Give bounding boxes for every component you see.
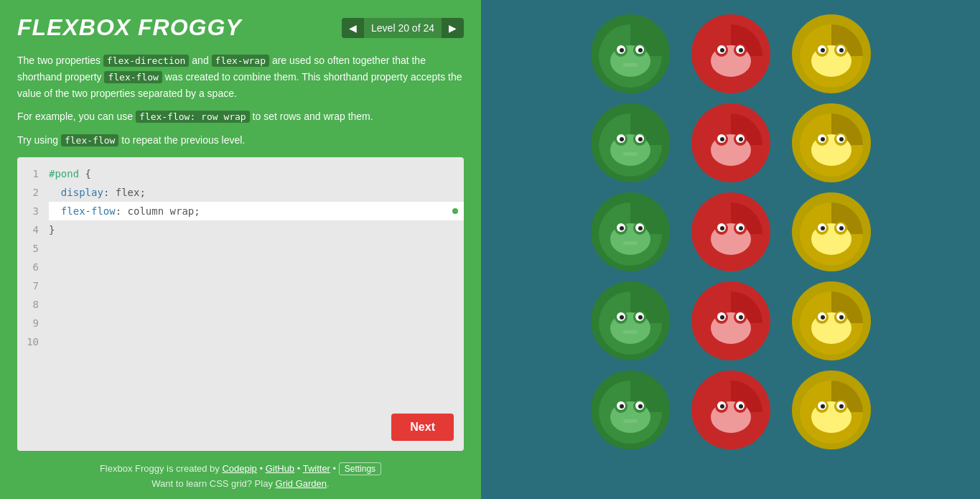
- desc-para3: Try using flex-flow to repeat the previo…: [17, 132, 464, 149]
- svg-rect-71: [724, 241, 738, 245]
- code-line-4: 4 }: [17, 220, 464, 239]
- svg-point-61: [739, 137, 743, 141]
- code-flex-flow-1: flex-flow: [104, 71, 162, 83]
- svg-rect-17: [623, 152, 638, 156]
- svg-point-78: [720, 315, 724, 320]
- frog-red-3: [691, 192, 770, 271]
- code-line-10: 10: [17, 332, 464, 351]
- svg-point-43: [638, 404, 643, 409]
- svg-rect-125: [824, 330, 839, 334]
- svg-point-34: [638, 315, 643, 320]
- right-panel: [481, 0, 980, 499]
- svg-rect-116: [824, 241, 839, 245]
- frog-green-5: [591, 370, 670, 449]
- svg-rect-80: [724, 330, 738, 334]
- svg-rect-134: [824, 419, 839, 423]
- svg-point-124: [839, 315, 844, 320]
- code-flex-flow-2: flex-flow: [61, 134, 118, 146]
- svg-point-51: [720, 48, 724, 52]
- svg-point-114: [821, 226, 825, 230]
- grid-garden-link[interactable]: Grid Garden: [276, 478, 327, 489]
- code-flex-direction: flex-direction: [103, 55, 190, 67]
- svg-point-7: [638, 48, 643, 52]
- frog-yellow-1: [792, 14, 871, 93]
- code-area: 1 #pond { 2 display: flex; 3 flex-flow: …: [17, 164, 464, 444]
- code-line-9: 9: [17, 314, 464, 332]
- svg-point-79: [739, 315, 743, 320]
- frog-yellow-4: [792, 281, 871, 360]
- codepip-link[interactable]: Codepip: [222, 463, 256, 474]
- svg-point-15: [620, 137, 624, 141]
- header: Flexbox Froggy ◀ Level 20 of 24 ▶: [17, 14, 464, 41]
- twitter-link[interactable]: Twitter: [303, 463, 330, 474]
- code-line-1: 1 #pond {: [17, 164, 464, 183]
- code-line-3: 3 flex-flow: column wrap;: [17, 202, 464, 220]
- svg-point-105: [821, 137, 825, 141]
- svg-rect-62: [724, 152, 738, 156]
- code-line-8: 8: [17, 295, 464, 314]
- level-nav: ◀ Level 20 of 24 ▶: [342, 18, 464, 38]
- frog-red-5: [691, 370, 770, 449]
- frog-green-1: [591, 14, 670, 93]
- footer-line1: Flexbox Froggy is created by Codepip • G…: [17, 462, 464, 475]
- next-button[interactable]: Next: [391, 414, 454, 441]
- frog-column-red: [691, 14, 770, 485]
- description: The two properties flex-direction and fl…: [17, 52, 464, 149]
- prev-level-button[interactable]: ◀: [342, 18, 364, 38]
- frog-yellow-3: [792, 192, 871, 271]
- frog-red-1: [691, 14, 770, 93]
- svg-point-96: [821, 48, 825, 52]
- code-line-7: 7: [17, 276, 464, 295]
- svg-point-60: [720, 137, 724, 141]
- svg-point-123: [821, 315, 825, 320]
- svg-rect-107: [824, 152, 839, 156]
- svg-point-69: [720, 226, 724, 230]
- svg-point-97: [839, 48, 844, 52]
- github-link[interactable]: GitHub: [266, 463, 294, 474]
- app-title: Flexbox Froggy: [17, 14, 335, 41]
- frog-yellow-2: [792, 103, 871, 182]
- svg-point-42: [620, 404, 624, 409]
- svg-point-115: [839, 226, 844, 230]
- svg-point-6: [620, 48, 624, 52]
- frog-column-yellow: [792, 14, 871, 485]
- next-level-button[interactable]: ▶: [442, 18, 464, 38]
- svg-point-24: [620, 226, 624, 230]
- svg-point-70: [739, 226, 743, 230]
- svg-point-133: [839, 404, 844, 409]
- svg-rect-89: [724, 419, 738, 423]
- footer: Flexbox Froggy is created by Codepip • G…: [17, 462, 464, 489]
- active-indicator: [452, 208, 458, 214]
- code-flex-wrap: flex-wrap: [212, 55, 269, 67]
- svg-rect-44: [623, 419, 638, 423]
- editor-wrapper: 1 #pond { 2 display: flex; 3 flex-flow: …: [17, 157, 464, 451]
- settings-button[interactable]: Settings: [339, 462, 381, 475]
- svg-point-25: [638, 226, 643, 230]
- svg-rect-53: [724, 63, 738, 67]
- frog-yellow-5: [792, 370, 871, 449]
- frog-column-green: [591, 14, 670, 485]
- frog-green-3: [591, 192, 670, 271]
- code-line-6: 6: [17, 258, 464, 276]
- svg-rect-35: [623, 330, 638, 334]
- frog-red-2: [691, 103, 770, 182]
- left-panel: Flexbox Froggy ◀ Level 20 of 24 ▶ The tw…: [0, 0, 481, 499]
- frog-green-2: [591, 103, 670, 182]
- code-flex-flow-row-wrap: flex-flow: row wrap: [136, 111, 250, 123]
- svg-point-88: [739, 404, 743, 409]
- svg-rect-98: [824, 63, 839, 67]
- desc-para1: The two properties flex-direction and fl…: [17, 52, 464, 101]
- code-line-2: 2 display: flex;: [17, 183, 464, 202]
- svg-rect-26: [623, 241, 638, 245]
- desc-para2: For example, you can use flex-flow: row …: [17, 108, 464, 125]
- footer-line2: Want to learn CSS grid? Play Grid Garden…: [17, 478, 464, 489]
- svg-point-33: [620, 315, 624, 320]
- frog-green-4: [591, 281, 670, 360]
- frog-red-4: [691, 281, 770, 360]
- level-label: Level 20 of 24: [364, 18, 442, 38]
- svg-point-106: [839, 137, 844, 141]
- code-line-5: 5: [17, 239, 464, 258]
- svg-point-52: [739, 48, 743, 52]
- svg-point-87: [720, 404, 724, 409]
- svg-point-132: [821, 404, 825, 409]
